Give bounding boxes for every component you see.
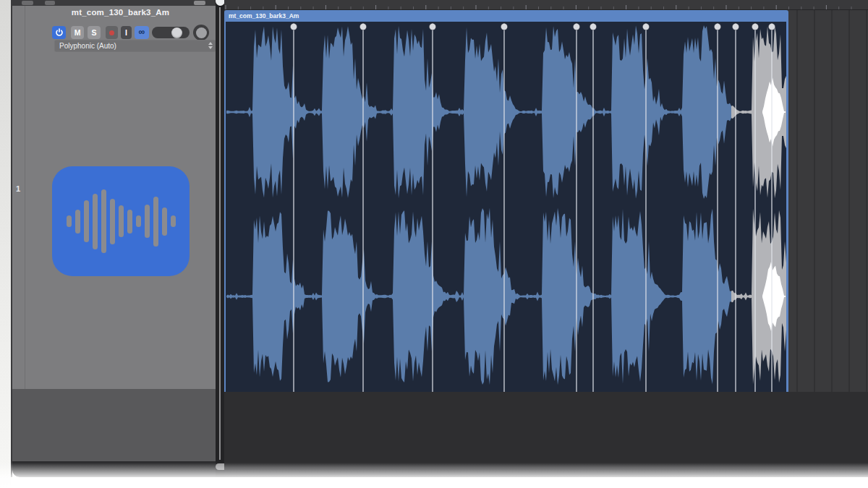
icon-bar: [110, 199, 115, 244]
audio-track-icon[interactable]: [52, 166, 190, 276]
region-body[interactable]: [224, 22, 788, 392]
track-number: 1: [12, 184, 24, 193]
icon-bar: [127, 210, 132, 234]
track-lane: mt_com_130_bark3_Am: [224, 10, 868, 392]
pan-knob[interactable]: [193, 25, 209, 40]
icon-bar: [153, 197, 158, 247]
dropdown-stepper-icon: [208, 42, 213, 50]
track-title[interactable]: mt_com_130_bark3_Am: [25, 8, 216, 17]
toolbar-icon[interactable]: [194, 1, 205, 5]
panel-divider[interactable]: [216, 0, 224, 477]
power-icon: [55, 28, 64, 37]
track-number-divider: [25, 6, 25, 389]
toolbar-icon[interactable]: [22, 1, 33, 5]
record-dot-icon: [109, 30, 114, 35]
region-header[interactable]: mt_com_130_bark3_Am: [224, 10, 788, 22]
icon-bar: [93, 194, 98, 249]
pan-knob-face: [196, 27, 207, 38]
record-enable-button[interactable]: [106, 26, 118, 39]
icon-bar: [84, 200, 89, 242]
icon-bar: [119, 205, 124, 237]
track-controls-row: M S I ∞: [12, 26, 216, 40]
solo-button[interactable]: S: [88, 26, 101, 39]
editor-empty-area: [224, 392, 868, 468]
editor-toolbar: [12, 0, 216, 6]
icon-bar: [67, 215, 72, 227]
track-header-panel[interactable]: 1 mt_com_130_bark3_Am M S I ∞: [12, 6, 216, 389]
input-monitor-button[interactable]: I: [121, 26, 132, 39]
audio-region[interactable]: mt_com_130_bark3_Am: [224, 10, 788, 392]
mute-button[interactable]: M: [71, 26, 84, 39]
sidebar-bottom-bar: [12, 461, 216, 477]
icon-bar: [75, 210, 80, 234]
audio-waveform-icon: [64, 189, 177, 253]
logic-editor-window: 1 mt_com_130_bark3_Am M S I ∞: [0, 0, 868, 488]
time-ruler[interactable]: [224, 0, 868, 10]
divider-line: [219, 7, 221, 460]
icon-bar: [145, 205, 150, 238]
volume-slider-knob[interactable]: [171, 27, 182, 38]
toolbar-icon[interactable]: [45, 1, 55, 5]
flex-mode-dropdown[interactable]: Polyphonic (Auto): [54, 40, 216, 52]
waveform-svg: [224, 22, 788, 392]
icon-bar: [101, 189, 106, 253]
flex-button[interactable]: ∞: [135, 26, 149, 39]
flex-mode-value: Polyphonic (Auto): [59, 42, 116, 50]
volume-slider[interactable]: [152, 27, 190, 38]
track-on-off-button[interactable]: [52, 26, 66, 39]
editor-bottom-bar: [224, 468, 868, 477]
track-header-sidebar: 1 mt_com_130_bark3_Am M S I ∞: [12, 0, 216, 477]
icon-bar: [171, 215, 176, 227]
sidebar-empty-area: [12, 389, 216, 461]
waveform-editor: mt_com_130_bark3_Am: [224, 0, 868, 477]
ruler-ticks-svg: [224, 0, 868, 10]
icon-bar: [162, 207, 167, 236]
icon-bar: [136, 215, 141, 227]
desktop-edge: [0, 0, 11, 488]
